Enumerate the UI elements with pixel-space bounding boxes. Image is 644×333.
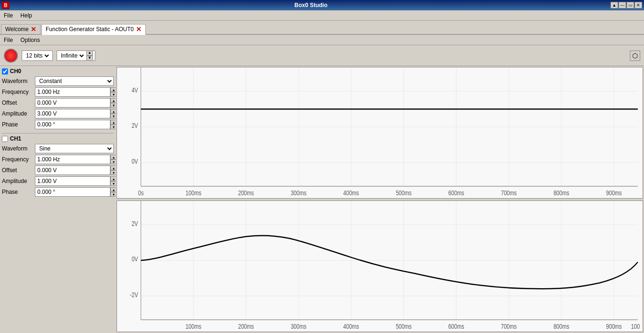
open-external-button[interactable]: ⬡: [630, 50, 640, 61]
svg-text:800ms: 800ms: [553, 323, 569, 330]
svg-text:800ms: 800ms: [553, 190, 569, 197]
svg-text:500ms: 500ms: [396, 190, 411, 197]
tab-welcome-close[interactable]: ✕: [31, 26, 36, 33]
ch0-offset-input[interactable]: [35, 98, 110, 108]
svg-text:-2V: -2V: [130, 291, 138, 299]
ch0-frequency-row: Frequency ▲ ▼: [2, 87, 114, 97]
ch0-offset-down[interactable]: ▼: [110, 103, 116, 108]
bits-select[interactable]: 8 bits 10 bits 12 bits 14 bits 16 bits: [24, 52, 50, 59]
ch1-freq-up[interactable]: ▲: [110, 155, 116, 159]
ch0-section: CH0 Waveform Constant Sine Square Triang…: [2, 68, 114, 129]
menu-file[interactable]: File: [0, 11, 17, 20]
ch0-phase-down[interactable]: ▼: [110, 125, 116, 129]
ch0-phase-up[interactable]: ▲: [110, 120, 116, 125]
ch0-freq-up[interactable]: ▲: [110, 87, 116, 92]
ch1-offset-input[interactable]: [35, 166, 110, 175]
channel-divider: [2, 133, 114, 133]
infinite-up[interactable]: ▲: [86, 50, 93, 56]
toolbar: 8 bits 10 bits 12 bits 14 bits 16 bits I…: [0, 45, 644, 66]
ch1-phase-up[interactable]: ▲: [110, 187, 116, 192]
svg-rect-0: [117, 67, 643, 198]
ch0-checkbox[interactable]: [2, 68, 8, 75]
ch1-freq-down[interactable]: ▼: [110, 159, 116, 164]
ch1-offset-spinner: ▲ ▼: [110, 166, 116, 175]
ch1-amplitude-spinner: ▲ ▼: [110, 176, 116, 186]
ch1-frequency-wrap: ▲ ▼: [35, 155, 116, 164]
ch0-amp-up[interactable]: ▲: [110, 109, 116, 114]
svg-text:0s: 0s: [138, 190, 144, 197]
ch0-header: CH0: [2, 68, 114, 75]
ch1-phase-row: Phase ▲ ▼: [2, 187, 114, 197]
menu-bar2: File Options: [0, 35, 644, 45]
ch1-amplitude-row: Amplitude ▲ ▼: [2, 176, 114, 186]
tab-fg-close[interactable]: ✕: [136, 26, 142, 33]
ch0-phase-spinner: ▲ ▼: [110, 120, 116, 129]
win-close[interactable]: ✕: [635, 2, 642, 8]
svg-text:2V: 2V: [132, 220, 138, 227]
ch1-waveform-label: Waveform: [2, 145, 35, 152]
ch0-amplitude-spinner: ▲ ▼: [110, 109, 116, 118]
main-content: CH0 Waveform Constant Sine Square Triang…: [0, 66, 644, 333]
ch1-waveform-select[interactable]: Constant Sine Square Triangle Sawtooth: [35, 144, 114, 153]
ch1-checkbox[interactable]: [2, 136, 8, 142]
svg-text:300ms: 300ms: [291, 323, 306, 330]
menu2-options[interactable]: Options: [17, 36, 43, 44]
chart-area: 4V 2V 0V 0s 100ms 200ms 300ms 400ms 500m…: [116, 66, 644, 333]
ch1-header: CH1: [2, 135, 114, 142]
ch1-frequency-label: Frequency: [2, 156, 35, 163]
svg-text:700ms: 700ms: [501, 323, 517, 330]
ch0-waveform-wrap: Constant Sine Square Triangle Sawtooth: [35, 76, 114, 86]
ch1-offset-up[interactable]: ▲: [110, 166, 116, 170]
ch1-offset-row: Offset ▲ ▼: [2, 166, 114, 175]
tab-welcome[interactable]: Welcome ✕: [1, 24, 41, 34]
ch0-offset-wrap: ▲ ▼: [35, 98, 116, 108]
ch0-frequency-label: Frequency: [2, 89, 35, 95]
win-minimize[interactable]: —: [619, 2, 626, 8]
ch1-amp-down[interactable]: ▼: [110, 181, 116, 186]
ch1-phase-input[interactable]: [35, 187, 110, 197]
menu-help[interactable]: Help: [17, 11, 36, 20]
ch1-frequency-input[interactable]: [35, 155, 110, 164]
ch0-amp-down[interactable]: ▼: [110, 114, 116, 118]
left-panel: CH0 Waveform Constant Sine Square Triang…: [0, 66, 116, 333]
svg-text:4V: 4V: [132, 87, 138, 94]
ch0-frequency-spinner: ▲ ▼: [110, 87, 116, 97]
chart1-svg: 2V 0V -2V 100ms 200ms 300ms 400ms 500ms …: [117, 201, 643, 332]
tab-function-generator[interactable]: Function Generator Static - AOUT0 ✕: [42, 24, 146, 35]
app-icon: B: [2, 1, 9, 9]
infinite-select[interactable]: Infinite 1 10 100: [59, 52, 85, 59]
ch1-section: CH1 Waveform Constant Sine Square Triang…: [2, 135, 114, 197]
ch0-amplitude-input[interactable]: [35, 109, 110, 118]
ch1-waveform-wrap: Constant Sine Square Triangle Sawtooth: [35, 144, 114, 153]
ch0-waveform-select[interactable]: Constant Sine Square Triangle Sawtooth: [35, 76, 114, 86]
svg-text:0V: 0V: [132, 256, 138, 263]
win-scroll-up[interactable]: ▲: [611, 2, 618, 8]
ch0-offset-spinner: ▲ ▼: [110, 98, 116, 108]
ch1-phase-label: Phase: [2, 189, 35, 195]
svg-text:700ms: 700ms: [501, 190, 517, 197]
ch1-offset-wrap: ▲ ▼: [35, 166, 116, 175]
svg-text:100ms: 100ms: [185, 323, 201, 330]
ch0-offset-up[interactable]: ▲: [110, 98, 116, 103]
chart1-container: 2V 0V -2V 100ms 200ms 300ms 400ms 500ms …: [117, 200, 643, 332]
ch0-phase-input[interactable]: [35, 120, 110, 129]
run-button[interactable]: [4, 49, 18, 63]
svg-text:2V: 2V: [132, 122, 138, 129]
ch0-waveform-row: Waveform Constant Sine Square Triangle S…: [2, 76, 114, 86]
ch1-label: CH1: [10, 135, 21, 142]
ch1-frequency-spinner: ▲ ▼: [110, 155, 116, 164]
ch0-frequency-input[interactable]: [35, 87, 110, 97]
ch1-offset-down[interactable]: ▼: [110, 170, 116, 175]
svg-text:900ms: 900ms: [606, 190, 622, 197]
menu2-file[interactable]: File: [0, 36, 17, 44]
infinite-down[interactable]: ▼: [86, 56, 93, 61]
svg-text:300ms: 300ms: [291, 190, 306, 197]
win-restore[interactable]: ▭: [627, 2, 634, 8]
ch1-amp-up[interactable]: ▲: [110, 176, 116, 181]
infinite-spinner: ▲ ▼: [86, 50, 93, 61]
ch1-phase-down[interactable]: ▼: [110, 192, 116, 197]
ch0-freq-down[interactable]: ▼: [110, 92, 116, 97]
infinite-select-wrap: Infinite 1 10 100 ▲ ▼: [57, 50, 95, 61]
ch0-offset-row: Offset ▲ ▼: [2, 98, 114, 108]
ch1-amplitude-input[interactable]: [35, 176, 110, 186]
